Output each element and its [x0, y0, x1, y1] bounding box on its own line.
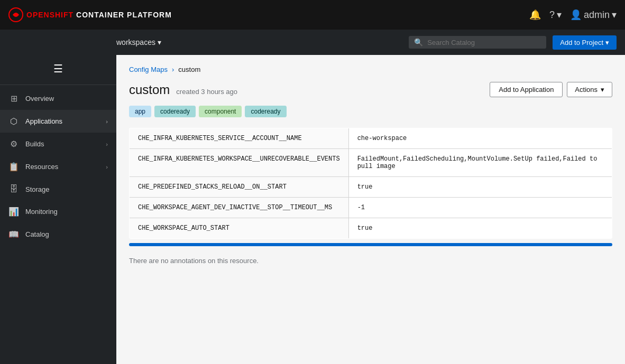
- config-key: CHE_PREDEFINED_STACKS_RELOAD__ON__START: [130, 177, 349, 198]
- sidebar-divider: [0, 85, 116, 85]
- config-key: CHE_INFRA_KUBERNETES_WORKSPACE__UNRECOVE…: [130, 149, 349, 177]
- add-to-project-button[interactable]: Add to Project ▾: [553, 35, 617, 50]
- page-title-area: custom created 3 hours ago: [129, 82, 237, 97]
- sidebar-item-overview[interactable]: ⊞ Overview: [0, 87, 116, 110]
- search-icon: 🔍: [414, 38, 423, 46]
- sidebar-item-resources[interactable]: 📋 Resources ›: [0, 155, 116, 178]
- table-row: CHE_INFRA_KUBERNETES_SERVICE__ACCOUNT__N…: [130, 128, 612, 149]
- help-chevron-icon: ▾: [557, 9, 562, 21]
- search-bar: 🔍: [409, 36, 546, 49]
- sidebar-item-resources-label: Resources: [25, 163, 58, 171]
- storage-icon: 🗄: [8, 184, 19, 194]
- table-scroll-indicator: [129, 243, 612, 246]
- sidebar-item-monitoring-label: Monitoring: [25, 208, 58, 216]
- hamburger-icon: ☰: [53, 62, 63, 75]
- workspace-chevron-icon: ▾: [158, 38, 161, 46]
- actions-chevron-icon: ▾: [601, 86, 604, 94]
- header-actions: Add to Application Actions ▾: [490, 82, 612, 97]
- user-chevron-icon: ▾: [612, 9, 617, 21]
- search-input[interactable]: [427, 39, 541, 46]
- annotations-text: There are no annotations on this resourc…: [129, 257, 612, 265]
- config-key: CHE_WORKSPACE_AUTO_START: [130, 218, 349, 239]
- workspace-label: workspaces: [116, 38, 155, 46]
- workspace-selector[interactable]: workspaces ▾: [116, 38, 161, 46]
- resources-chevron-icon: ›: [106, 164, 108, 170]
- builds-icon: ⚙: [8, 139, 19, 149]
- sidebar-item-builds-label: Builds: [25, 140, 44, 148]
- builds-chevron-icon: ›: [106, 141, 108, 147]
- table-row: CHE_PREDEFINED_STACKS_RELOAD__ON__STARTt…: [130, 177, 612, 198]
- config-value: FailedMount,FailedScheduling,MountVolume…: [348, 149, 612, 177]
- top-nav: OPENSHIFT CONTAINER PLATFORM 🔔 ? ▾ 👤 adm…: [0, 0, 625, 30]
- user-menu-button[interactable]: 👤 admin ▾: [570, 9, 617, 21]
- sidebar: ☰ ⊞ Overview ⬡ Applications › ⚙ Builds ›…: [0, 55, 116, 364]
- breadcrumb-current: custom: [178, 66, 200, 73]
- notification-button[interactable]: 🔔: [529, 9, 541, 21]
- sidebar-item-applications-label: Applications: [25, 117, 62, 125]
- config-value: che-workspace: [348, 128, 612, 149]
- add-to-project-label: Add to Project: [560, 39, 603, 46]
- openshift-logo-icon: [8, 7, 23, 22]
- main-content: Config Maps › custom custom created 3 ho…: [116, 55, 625, 364]
- config-key: CHE_INFRA_KUBERNETES_SERVICE__ACCOUNT__N…: [130, 128, 349, 149]
- applications-chevron-icon: ›: [106, 118, 108, 125]
- tag-codeready-2: codeready: [245, 106, 286, 117]
- help-icon: ?: [549, 10, 555, 21]
- breadcrumb-bar: workspaces ▾ 🔍 Add to Project ▾: [0, 30, 625, 55]
- top-nav-right: 🔔 ? ▾ 👤 admin ▾: [529, 9, 617, 21]
- sidebar-item-storage[interactable]: 🗄 Storage: [0, 178, 116, 200]
- sidebar-hamburger-button[interactable]: ☰: [0, 55, 116, 82]
- sidebar-item-catalog[interactable]: 📖 Catalog: [0, 223, 116, 246]
- sidebar-item-catalog-label: Catalog: [25, 230, 49, 238]
- config-value: true: [348, 218, 612, 239]
- page-title: custom: [129, 82, 170, 97]
- breadcrumb-parent-link[interactable]: Config Maps: [129, 66, 168, 73]
- config-value: true: [348, 177, 612, 198]
- sidebar-item-monitoring[interactable]: 📊 Monitoring: [0, 200, 116, 223]
- actions-button[interactable]: Actions ▾: [567, 82, 612, 97]
- openshift-logo: OPENSHIFT CONTAINER PLATFORM: [8, 7, 172, 22]
- monitoring-icon: 📊: [8, 207, 19, 217]
- sidebar-item-overview-label: Overview: [25, 95, 54, 102]
- notification-icon: 🔔: [529, 9, 541, 21]
- applications-icon: ⬡: [8, 116, 19, 126]
- breadcrumb-separator: ›: [172, 66, 174, 73]
- add-to-project-chevron-icon: ▾: [605, 39, 609, 46]
- catalog-icon: 📖: [8, 229, 19, 239]
- tag-codeready-1: codeready: [154, 106, 196, 117]
- breadcrumb: Config Maps › custom: [129, 66, 612, 73]
- page-header: custom created 3 hours ago Add to Applic…: [129, 82, 612, 97]
- add-to-application-button[interactable]: Add to Application: [490, 82, 563, 97]
- user-name: admin: [584, 10, 610, 21]
- user-icon: 👤: [570, 9, 582, 21]
- tags-row: app codeready component codeready: [129, 106, 612, 117]
- sidebar-item-applications[interactable]: ⬡ Applications ›: [0, 110, 116, 133]
- sidebar-item-storage-label: Storage: [25, 185, 50, 193]
- resources-icon: 📋: [8, 162, 19, 172]
- config-table: CHE_INFRA_KUBERNETES_SERVICE__ACCOUNT__N…: [129, 128, 612, 239]
- overview-icon: ⊞: [8, 94, 19, 104]
- config-key: CHE_WORKSPACE_AGENT_DEV_INACTIVE__STOP__…: [130, 198, 349, 218]
- tag-component: component: [199, 106, 242, 117]
- help-button[interactable]: ? ▾: [549, 9, 562, 21]
- table-row: CHE_INFRA_KUBERNETES_WORKSPACE__UNRECOVE…: [130, 149, 612, 177]
- logo-text: OPENSHIFT CONTAINER PLATFORM: [26, 11, 172, 19]
- config-value: -1: [348, 198, 612, 218]
- table-row: CHE_WORKSPACE_AGENT_DEV_INACTIVE__STOP__…: [130, 198, 612, 218]
- actions-label: Actions: [575, 86, 598, 94]
- tag-app: app: [129, 106, 151, 117]
- top-nav-left: OPENSHIFT CONTAINER PLATFORM: [8, 7, 172, 22]
- table-row: CHE_WORKSPACE_AUTO_STARTtrue: [130, 218, 612, 239]
- sidebar-item-builds[interactable]: ⚙ Builds ›: [0, 133, 116, 155]
- page-subtitle: created 3 hours ago: [176, 88, 237, 96]
